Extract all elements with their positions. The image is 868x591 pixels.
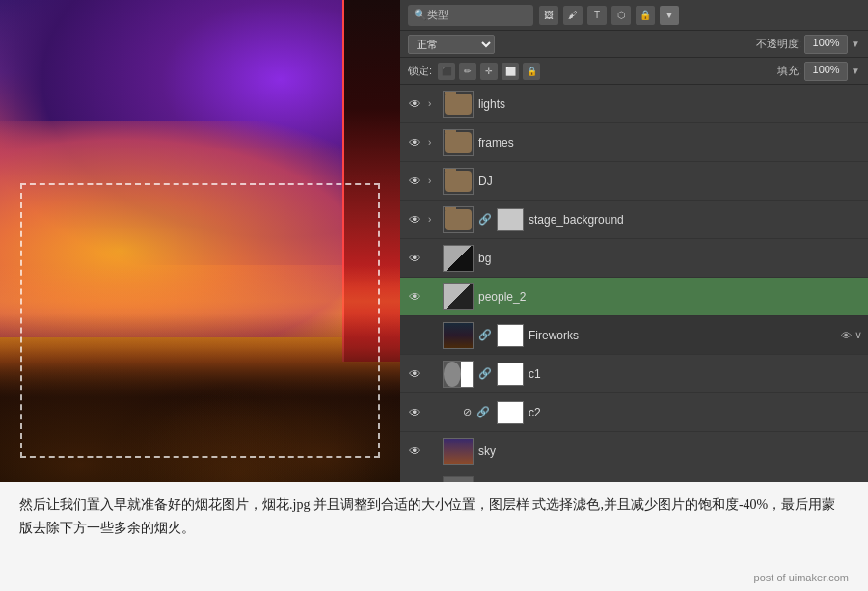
chain-icon-c1: 🔗 <box>478 367 492 380</box>
fill-chevron[interactable]: ▼ <box>851 66 860 76</box>
layers-panel: 🔍 类型 🖼 🖌 T ⬡ 🔒 ▼ 正常 滤色 正片叠底 不透明度: 100% <box>400 0 868 482</box>
toolbar-icons: 🖼 🖌 T ⬡ 🔒 ▼ <box>539 6 679 25</box>
layers-list: 👁 › lights 👁 › frames 👁 › <box>400 85 868 482</box>
chain-icon-stage-bg: 🔗 <box>478 213 492 226</box>
search-icon: 🔍 <box>414 9 427 21</box>
layer-name-bg: bg <box>478 252 862 265</box>
layer-item-dj[interactable]: 👁 › DJ <box>400 162 868 201</box>
layer-item-c2[interactable]: 👁 ⊘ 🔗 c2 <box>400 393 868 432</box>
visibility-icon-stage-bg[interactable]: 👁 <box>406 211 423 228</box>
text-icon[interactable]: T <box>587 6 607 25</box>
layer-thumb-partial <box>443 476 474 483</box>
opacity-label: 不透明度: <box>756 37 801 51</box>
more-icon[interactable]: ▼ <box>660 6 679 25</box>
folder-thumb-frames <box>445 132 472 153</box>
layer-name-people-2: people_2 <box>478 290 862 304</box>
visibility-icon-lights[interactable]: 👁 <box>406 95 423 113</box>
lock-all-btn[interactable]: 🔒 <box>523 63 540 80</box>
layer-name-frames: frames <box>478 136 862 149</box>
layer-name-c1: c1 <box>529 367 862 381</box>
opacity-value[interactable]: 100% <box>804 35 848 54</box>
visibility-icon-people-2[interactable]: 👁 <box>406 288 423 306</box>
chain-icon-fireworks: 🔗 <box>478 329 492 341</box>
layers-toolbar: 🔍 类型 🖼 🖌 T ⬡ 🔒 ▼ <box>400 0 868 31</box>
layer-extra-fireworks: 👁 ∨ <box>841 329 862 341</box>
layer-thumb-stage-bg <box>443 206 474 233</box>
chain-icon-c2: 🔗 <box>476 406 490 418</box>
blend-mode-select[interactable]: 正常 滤色 正片叠底 <box>408 35 495 54</box>
layer-item-people-2[interactable]: 👁 people_2 <box>400 278 868 316</box>
search-bar[interactable]: 🔍 类型 <box>408 5 533 26</box>
fill-label: 填充: <box>777 64 801 78</box>
image-icon[interactable]: 🖼 <box>539 6 558 25</box>
visibility-icon-dj[interactable]: 👁 <box>406 173 423 190</box>
layer-thumb-dj <box>443 168 474 195</box>
lock-row: 锁定: ⬛ ✏ ✛ ⬜ 🔒 填充: 100% ▼ <box>400 58 868 85</box>
layer-thumb-bg <box>443 245 474 272</box>
layer-thumb-c1 <box>443 361 474 388</box>
no-entry-icon-c2: ⊘ <box>463 406 472 418</box>
fill-group: 填充: 100% ▼ <box>777 62 860 81</box>
layer-mask-c2 <box>497 401 524 424</box>
lock-paint-btn[interactable]: ✏ <box>459 63 476 80</box>
description-text: 然后让我们置入早就准备好的烟花图片，烟花.jpg 并且调整到合适的大小位置，图层… <box>19 494 849 540</box>
layer-item-lights[interactable]: 👁 › lights <box>400 85 868 123</box>
layer-item-fireworks[interactable]: 🔗 Fireworks 👁 ∨ <box>400 316 868 355</box>
post-credit: post of uimaker.com <box>754 572 849 583</box>
layer-name-fireworks: Fireworks <box>529 329 836 342</box>
fill-value[interactable]: 100% <box>804 62 848 81</box>
folder-thumb-lights <box>445 94 472 115</box>
layer-item-sky[interactable]: 👁 sky <box>400 432 868 470</box>
layer-name-c2: c2 <box>529 406 862 419</box>
lock-transparent-btn[interactable]: ⬛ <box>438 63 455 80</box>
layer-thumb-people-2 <box>443 283 474 310</box>
layer-item-bg[interactable]: 👁 bg <box>400 239 868 278</box>
expand-icon-stage-bg[interactable]: › <box>428 214 438 225</box>
layer-item-stage-background[interactable]: 👁 › 🔗 stage_background <box>400 201 868 239</box>
layer-item-c1[interactable]: 👁 🔗 c1 <box>400 355 868 393</box>
concert-image-panel <box>0 0 400 482</box>
lock-label: 锁定: <box>408 64 432 78</box>
lock-artboard-btn[interactable]: ⬜ <box>502 63 519 80</box>
blend-mode-row: 正常 滤色 正片叠底 不透明度: 100% ▼ <box>400 31 868 58</box>
visibility-icon-c2[interactable]: 👁 <box>406 404 423 421</box>
opacity-chevron[interactable]: ▼ <box>851 39 860 49</box>
folder-thumb-dj <box>445 171 472 192</box>
layer-thumb-sky <box>443 438 474 465</box>
chevron-extra-icon: ∨ <box>854 329 862 341</box>
lock-move-btn[interactable]: ✛ <box>480 63 498 80</box>
opacity-group: 不透明度: 100% ▼ <box>756 35 860 54</box>
layer-thumb-fireworks <box>443 322 474 349</box>
lock-icon[interactable]: 🔒 <box>636 6 655 25</box>
concert-background <box>0 0 400 482</box>
layer-thumb-lights <box>443 91 474 118</box>
visibility-icon-frames[interactable]: 👁 <box>406 134 423 151</box>
expand-icon-frames[interactable]: › <box>428 137 438 148</box>
visibility-icon-partial[interactable]: 👁 <box>406 481 423 483</box>
search-label: 类型 <box>427 8 448 22</box>
visibility-icon-c1[interactable]: 👁 <box>406 365 423 383</box>
crowd-silhouette <box>0 313 400 482</box>
visibility-icon-bg[interactable]: 👁 <box>406 250 423 267</box>
visibility-icon-sky[interactable]: 👁 <box>406 443 423 460</box>
folder-thumb-stage-bg <box>445 209 472 230</box>
layer-item-partial[interactable]: 👁 <box>400 470 868 482</box>
eye-extra-icon: 👁 <box>841 330 852 341</box>
expand-icon-lights[interactable]: › <box>428 98 438 109</box>
layer-item-frames[interactable]: 👁 › frames <box>400 123 868 162</box>
layer-name-stage-bg: stage_background <box>529 213 862 227</box>
layer-name-lights: lights <box>478 97 862 111</box>
visibility-icon-fireworks[interactable] <box>406 327 423 344</box>
layer-mask-fireworks <box>497 324 524 347</box>
layer-mask-stage-bg <box>497 208 524 231</box>
layer-name-sky: sky <box>478 444 862 458</box>
layer-name-dj: DJ <box>478 175 862 188</box>
brush-icon[interactable]: 🖌 <box>563 6 583 25</box>
layer-mask-c1 <box>497 363 524 386</box>
layer-thumb-frames <box>443 129 474 156</box>
expand-icon-dj[interactable]: › <box>428 175 438 186</box>
crowd-area <box>0 313 400 482</box>
shape-icon[interactable]: ⬡ <box>611 6 631 25</box>
lock-icons: ⬛ ✏ ✛ ⬜ 🔒 <box>438 63 540 80</box>
description-panel: 然后让我们置入早就准备好的烟花图片，烟花.jpg 并且调整到合适的大小位置，图层… <box>0 482 868 591</box>
